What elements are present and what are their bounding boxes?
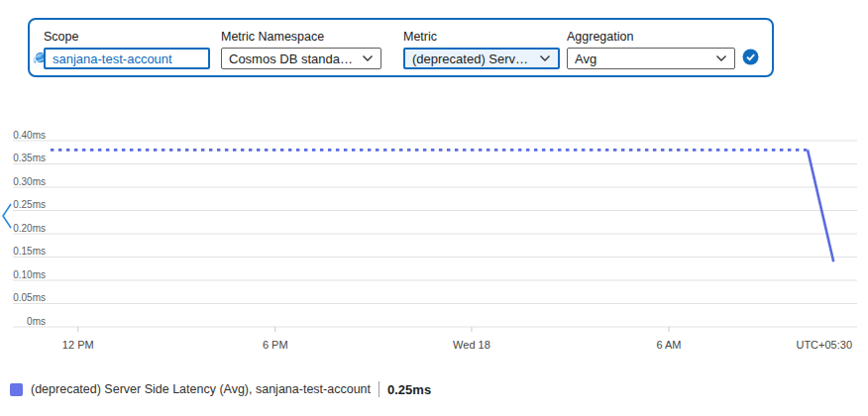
svg-text:0.15ms: 0.15ms [13, 246, 46, 257]
svg-text:0ms: 0ms [27, 316, 46, 327]
svg-text:UTC+05:30: UTC+05:30 [796, 339, 852, 351]
chevron-down-icon [715, 54, 727, 62]
svg-text:Wed 18: Wed 18 [453, 339, 490, 351]
metric-namespace-field: Metric Namespace Cosmos DB standar… [221, 30, 381, 69]
scope-label: Scope [44, 30, 210, 44]
metric-chart: 0.40ms0.35ms0.30ms0.25ms0.20ms0.15ms0.10… [0, 117, 868, 364]
svg-text:12 PM: 12 PM [62, 339, 94, 351]
svg-text:0.35ms: 0.35ms [13, 153, 46, 163]
svg-text:0.30ms: 0.30ms [13, 176, 46, 187]
svg-text:0.05ms: 0.05ms [13, 292, 46, 303]
scope-field: Scope sanjana-test-account [44, 30, 210, 69]
svg-text:0.20ms: 0.20ms [13, 223, 46, 234]
metric-select[interactable]: (deprecated) Server … [403, 48, 560, 69]
legend-divider [379, 381, 380, 397]
chart-plot-area: 0.40ms0.35ms0.30ms0.25ms0.20ms0.15ms0.10… [0, 117, 868, 364]
metric-namespace-label: Metric Namespace [221, 30, 381, 44]
svg-text:0.10ms: 0.10ms [13, 269, 46, 280]
svg-text:6 PM: 6 PM [263, 339, 288, 351]
aggregation-select[interactable]: Avg [567, 48, 735, 69]
legend-label: (deprecated) Server Side Latency (Avg), … [31, 382, 371, 396]
metric-settings-toolbar: Scope sanjana-test-account Metric Namesp… [28, 18, 774, 77]
check-circle-icon[interactable] [742, 49, 759, 65]
svg-text:6 AM: 6 AM [656, 339, 681, 351]
chevron-down-icon [362, 54, 374, 62]
chart-collapse-chevron-icon[interactable] [0, 202, 14, 232]
metric-namespace-select[interactable]: Cosmos DB standar… [221, 48, 381, 69]
chevron-down-icon [539, 54, 551, 62]
aggregation-label: Aggregation [567, 30, 735, 44]
legend-item[interactable]: (deprecated) Server Side Latency (Avg), … [10, 381, 431, 397]
svg-text:0.40ms: 0.40ms [13, 130, 46, 141]
scope-input[interactable]: sanjana-test-account [44, 48, 210, 69]
aggregation-field: Aggregation Avg [567, 30, 735, 69]
metric-field: Metric (deprecated) Server … [403, 30, 560, 69]
legend-swatch [10, 383, 23, 396]
aggregation-value: Avg [575, 52, 597, 66]
legend-value: 0.25ms [387, 382, 431, 397]
scope-value: sanjana-test-account [53, 52, 172, 66]
metric-value: (deprecated) Server … [412, 52, 533, 66]
metric-namespace-value: Cosmos DB standar… [229, 52, 356, 66]
metrics-explorer: Scope sanjana-test-account Metric Namesp… [0, 0, 868, 416]
svg-text:0.25ms: 0.25ms [13, 199, 46, 210]
metric-label: Metric [403, 30, 560, 44]
